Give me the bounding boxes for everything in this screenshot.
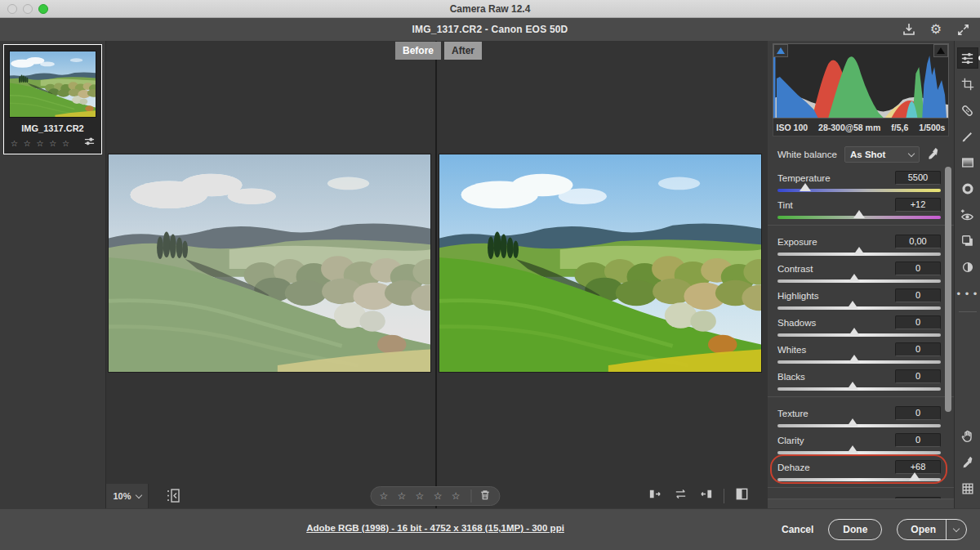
exif-iso: ISO 100 <box>777 123 808 132</box>
toggle-filmstrip-icon[interactable] <box>165 488 181 504</box>
exposure-slider-block: Exposure 0,00 <box>777 235 941 256</box>
filmstrip-thumbnail[interactable]: IMG_1317.CR2 ☆ ☆ ☆ ☆ ☆ <box>3 44 102 154</box>
cancel-button[interactable]: Cancel <box>782 524 813 535</box>
snapshots-tool-icon[interactable] <box>957 230 978 252</box>
shadows-slider-block: Shadows 0 <box>777 315 941 337</box>
shadow-clipping-indicator[interactable] <box>773 44 788 57</box>
before-after-tabs: Before After <box>395 42 482 60</box>
minimize-window-button[interactable] <box>23 4 33 14</box>
chevron-down-icon <box>135 491 141 498</box>
swap-before-after-icon[interactable] <box>673 486 688 505</box>
open-options-dropdown[interactable] <box>947 529 966 531</box>
tint-label: Tint <box>777 200 793 210</box>
save-image-icon[interactable] <box>902 22 916 37</box>
whites-value[interactable]: 0 <box>895 342 941 356</box>
cycle-before-after-view-icon[interactable] <box>648 486 663 505</box>
clarity-value[interactable]: 0 <box>895 433 941 447</box>
bottom-bar: Adobe RGB (1998) - 16 bit - 4752 x 3168 … <box>0 508 980 550</box>
tool-column: • • • <box>954 41 980 508</box>
clarity-label: Clarity <box>777 436 804 445</box>
red-eye-tool-icon[interactable] <box>957 204 978 226</box>
chevron-down-icon <box>908 150 915 156</box>
zoom-level-select[interactable]: 10% <box>106 484 149 508</box>
texture-value[interactable]: 0 <box>895 406 941 420</box>
tab-before[interactable]: Before <box>395 42 441 60</box>
contrast-slider[interactable] <box>777 279 941 283</box>
whites-slider-block: Whites 0 <box>777 342 941 364</box>
highlights-value[interactable]: 0 <box>895 288 941 302</box>
color-sampler-tool-icon[interactable] <box>957 452 978 473</box>
white-balance-select[interactable]: As Shot <box>844 146 920 163</box>
done-button[interactable]: Done <box>828 519 882 540</box>
section-divider <box>768 225 954 226</box>
crop-tool-icon[interactable] <box>957 74 978 95</box>
camera-raw-window: Camera Raw 12.4 IMG_1317.CR2 - Canon EOS… <box>0 0 980 550</box>
thumbnail-star-rating[interactable]: ☆ ☆ ☆ ☆ ☆ <box>11 139 71 148</box>
shadows-value[interactable]: 0 <box>895 315 941 329</box>
graduated-filter-tool-icon[interactable] <box>957 152 978 173</box>
basic-sliders: White balance As Shot Temperature 5500 <box>768 136 954 545</box>
panel-scrollbar[interactable] <box>944 165 952 490</box>
blacks-slider-block: Blacks 0 <box>777 369 941 391</box>
tab-after[interactable]: After <box>444 42 482 60</box>
contrast-value[interactable]: 0 <box>895 262 941 275</box>
adjustment-brush-tool-icon[interactable] <box>957 126 978 147</box>
highlights-label: Highlights <box>777 291 819 301</box>
fullscreen-expand-icon[interactable] <box>956 22 970 37</box>
tint-value[interactable]: +12 <box>895 198 941 212</box>
radial-filter-tool-icon[interactable] <box>957 178 978 199</box>
close-window-button[interactable] <box>7 4 17 14</box>
workflow-options-link[interactable]: Adobe RGB (1998) - 16 bit - 4752 x 3168 … <box>306 523 564 533</box>
clarity-slider-block: Clarity 0 <box>777 433 941 454</box>
blacks-value[interactable]: 0 <box>895 369 941 383</box>
white-balance-row: White balance As Shot <box>777 145 941 163</box>
texture-slider[interactable] <box>777 424 941 427</box>
thumbnail-image <box>9 51 96 118</box>
more-tools-icon[interactable]: • • • <box>957 283 978 304</box>
white-balance-eyedropper-icon[interactable] <box>926 147 941 162</box>
after-image[interactable] <box>439 154 762 373</box>
shadows-slider[interactable] <box>777 333 941 337</box>
adjustments-tool-icon[interactable] <box>957 47 978 69</box>
temperature-value[interactable]: 5500 <box>895 171 941 185</box>
blacks-slider[interactable] <box>777 387 941 391</box>
exif-shutter: 1/500s <box>919 123 945 132</box>
controls-divider <box>724 489 724 503</box>
spot-removal-tool-icon[interactable] <box>957 100 978 121</box>
footer-buttons: Cancel Done Open <box>782 519 967 540</box>
dehaze-slider[interactable] <box>777 478 941 481</box>
exif-info: ISO 100 28-300@58 mm f/5,6 1/500s <box>773 118 949 136</box>
zoom-window-button[interactable] <box>38 4 48 14</box>
temperature-slider[interactable] <box>777 189 941 192</box>
clarity-slider[interactable] <box>777 451 941 454</box>
hand-tool-icon[interactable] <box>957 426 978 447</box>
open-button[interactable]: Open <box>897 519 967 540</box>
exposure-value[interactable]: 0,00 <box>895 235 941 248</box>
exposure-slider[interactable] <box>777 253 941 256</box>
header-actions: ⚙ <box>902 18 970 41</box>
tint-slider[interactable] <box>777 216 941 219</box>
split-view-icon[interactable] <box>734 486 750 505</box>
traffic-lights <box>7 4 48 14</box>
presets-tool-icon[interactable] <box>957 257 978 278</box>
preferences-gear-icon[interactable]: ⚙ <box>929 22 943 37</box>
star-rating[interactable]: ☆ ☆ ☆ ☆ ☆ <box>379 491 463 501</box>
highlight-clipping-indicator[interactable] <box>933 44 948 57</box>
copy-settings-icon[interactable] <box>698 486 714 505</box>
tint-slider-block: Tint +12 <box>777 198 941 219</box>
scrollbar-thumb[interactable] <box>945 167 951 412</box>
window-title: Camera Raw 12.4 <box>450 3 531 15</box>
grid-overlay-tool-icon[interactable] <box>957 478 978 499</box>
highlights-slider[interactable] <box>777 306 941 310</box>
titlebar: Camera Raw 12.4 <box>0 0 980 18</box>
before-after-divider <box>435 41 437 508</box>
adjustments-applied-badge-icon <box>84 136 95 150</box>
whites-slider[interactable] <box>777 360 941 364</box>
texture-slider-block: Texture 0 <box>777 406 941 427</box>
dehaze-value[interactable]: +68 <box>895 460 941 474</box>
mark-for-delete-icon[interactable] <box>479 489 492 504</box>
before-image[interactable] <box>108 154 431 373</box>
white-balance-value: As Shot <box>850 150 885 159</box>
basic-panel: ISO 100 28-300@58 mm f/5,6 1/500s White … <box>768 41 954 508</box>
tool-divider <box>959 311 977 312</box>
